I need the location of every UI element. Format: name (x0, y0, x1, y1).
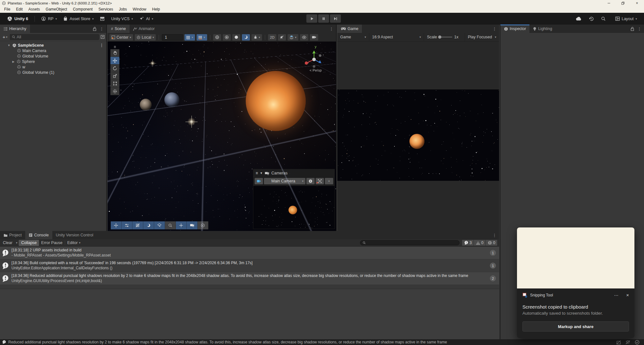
auto-refresh-disabled-icon[interactable] (616, 340, 621, 344)
transform-tool[interactable] (110, 88, 119, 95)
2d-toggle[interactable]: 2D (268, 34, 276, 41)
game-menu-icon[interactable]: ⋮ (492, 27, 497, 31)
tree-row-global-volume[interactable]: Global Volume (0, 53, 106, 59)
persp-label[interactable]: < Persp (302, 68, 329, 72)
info-count-toggle[interactable]: 3 (462, 240, 474, 246)
camera-info-button[interactable] (306, 178, 315, 184)
code-coverage-disabled-icon[interactable] (625, 340, 630, 344)
unity-version-button[interactable]: Unity 6 (4, 15, 31, 23)
collapse-toggle[interactable]: Collapse (19, 240, 39, 246)
effects-toggle[interactable] (242, 34, 250, 41)
console-menu-icon[interactable]: ⋮ (492, 233, 497, 238)
close-button[interactable]: × (630, 0, 644, 6)
scale-track[interactable] (439, 37, 452, 37)
skybox-toggle[interactable] (232, 34, 240, 41)
aspect-dropdown[interactable]: 16:9 Aspect▾ (369, 33, 424, 41)
tree-row-w[interactable]: w (0, 64, 106, 70)
console-search-input[interactable] (360, 240, 460, 245)
debug-dropdown[interactable]: ▾ (251, 34, 262, 41)
scale-knob[interactable] (438, 35, 441, 39)
overlay-center-button[interactable] (176, 221, 187, 229)
shading-mode-button[interactable] (213, 34, 221, 41)
overlay-gizmo-button[interactable] (154, 221, 165, 229)
expand-arrow-icon[interactable]: ▶ (11, 60, 15, 63)
console-log-entry[interactable]: [18:34:36] Reduced additional punctual l… (0, 272, 499, 285)
scene-visibility-toggle[interactable] (300, 34, 308, 41)
tab-game[interactable]: Game (337, 25, 362, 33)
step-button[interactable] (330, 14, 341, 23)
lock-icon[interactable] (631, 27, 634, 31)
screenshot-preview[interactable] (517, 227, 634, 288)
error-pause-toggle[interactable]: Error Pause (39, 240, 65, 246)
move-tool[interactable] (110, 57, 119, 65)
search-icon[interactable] (601, 16, 606, 21)
menu-window[interactable]: Window (130, 6, 149, 13)
toast-more-icon[interactable]: ⋯ (614, 293, 618, 298)
asset-store-dropdown[interactable]: Asset Store▾ (61, 15, 96, 22)
tab-hierarchy[interactable]: Hierarchy (0, 25, 30, 33)
undo-history-icon[interactable] (589, 16, 594, 21)
camera-overlay-menu[interactable]: ▾ (325, 178, 333, 184)
view-hand-tool[interactable] (110, 49, 119, 57)
scene-menu-icon[interactable]: ⋮ (100, 43, 106, 48)
orientation-dropdown[interactable]: Local▾ (135, 34, 156, 41)
menu-services[interactable]: Services (95, 6, 116, 13)
menu-help[interactable]: Help (149, 6, 163, 13)
tab-scene[interactable]: # Scene (108, 25, 130, 33)
tree-row-scene[interactable]: ▼ SampleScene ⋮ (0, 42, 106, 48)
markup-and-share-button[interactable]: Markup and share (522, 321, 629, 332)
axis-orientation-gizmo[interactable]: y < Persp (302, 45, 329, 72)
tab-lighting[interactable]: Lighting (529, 25, 556, 33)
camera-fullscreen-button[interactable] (316, 178, 324, 184)
account-dropdown[interactable]: RP▾ (39, 15, 59, 22)
scene-menu-icon[interactable]: ⋮ (329, 27, 333, 31)
tab-project[interactable]: Project (0, 231, 25, 239)
menu-jobs[interactable]: Jobs (116, 6, 130, 13)
scale-slider[interactable]: Scale 1x (424, 33, 465, 41)
overlay-crescent-button[interactable] (143, 221, 154, 229)
add-gameobject-button[interactable]: +▾ (2, 34, 8, 40)
overlay-camera-button[interactable] (187, 221, 198, 229)
tree-row-global-volume-1[interactable]: Global Volume (1) (0, 70, 106, 75)
camera-select-dropdown[interactable]: Main Camera ▾ (264, 178, 305, 184)
tree-row-main-camera[interactable]: Main Camera (0, 48, 106, 53)
tab-inspector[interactable]: Inspector (500, 25, 529, 33)
maximize-button[interactable] (616, 0, 630, 6)
menu-gameobject[interactable]: GameObject (43, 6, 70, 13)
warning-count-toggle[interactable]: 0 (474, 240, 485, 246)
grid-visibility-button[interactable]: ▾ (184, 34, 195, 41)
toolstrip-grip[interactable]: ≡ (110, 45, 119, 49)
tree-row-sphere[interactable]: ▶ Sphere (0, 59, 106, 64)
toast-close-icon[interactable]: × (626, 292, 629, 298)
tab-console[interactable]: Console (25, 231, 52, 239)
menu-assets[interactable]: Assets (26, 6, 43, 13)
effects-visibility-dropdown[interactable]: ▾ (288, 34, 298, 41)
play-focus-dropdown[interactable]: Play Focused▾ (465, 33, 499, 41)
overlay-compass-button[interactable] (198, 221, 208, 229)
inspector-menu-icon[interactable]: ⋮ (637, 27, 641, 31)
ai-dropdown[interactable]: AI▾ (137, 15, 156, 22)
layout-dropdown[interactable]: Layout▾ (613, 15, 640, 22)
clear-button[interactable]: Clear (1, 240, 15, 246)
menu-file[interactable]: File (1, 6, 13, 13)
package-manager-button[interactable] (97, 15, 107, 22)
console-detail-pane[interactable] (0, 289, 499, 339)
scene-lighting-toggle[interactable] (223, 34, 231, 41)
scene-viewport[interactable]: y < Persp ≡ (108, 42, 336, 231)
cloud-icon[interactable] (576, 17, 582, 21)
error-count-toggle[interactable]: 0 (486, 240, 497, 246)
pivot-dropdown[interactable]: Center▾ (109, 34, 133, 41)
status-bar[interactable]: Reduced additional punctual light shadow… (0, 339, 644, 345)
play-button[interactable] (306, 14, 317, 23)
cameras-grip[interactable]: ≡ (256, 171, 258, 175)
rect-tool[interactable] (110, 80, 119, 88)
camera-settings-dropdown[interactable] (310, 34, 318, 41)
lock-icon[interactable] (93, 27, 96, 31)
hierarchy-search-input[interactable]: All (10, 34, 99, 40)
rotate-tool[interactable] (110, 65, 119, 72)
status-check-icon[interactable] (635, 340, 640, 345)
menu-component[interactable]: Component (70, 6, 95, 13)
overlay-grid-button[interactable] (132, 221, 143, 229)
overlay-sliders-button[interactable] (122, 221, 132, 229)
overlay-move-button[interactable] (111, 221, 122, 229)
